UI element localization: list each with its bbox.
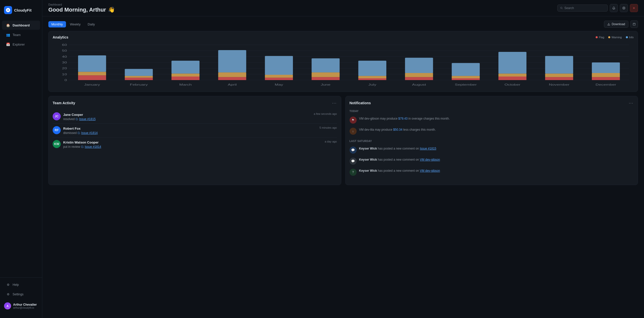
svg-rect-28 (172, 77, 199, 80)
team-activity-menu[interactable]: ⋯ (332, 100, 337, 106)
breadcrumb: Dashboard (48, 3, 115, 6)
notification-item: ↓VM dev-lila may produce $50.34 less cha… (350, 126, 634, 137)
user-email: arthur@cloudyfit.io (13, 306, 37, 309)
header-left: Dashboard Good Morning, Arthur 👋 (48, 3, 115, 13)
issue-link[interactable]: Issue #1814 (81, 131, 97, 135)
sidebar-item-team[interactable]: 👥 Team (2, 30, 40, 39)
activity-name: Kristin Watson Cooper (63, 140, 98, 144)
user-profile[interactable]: A Arthur Chevalier arthur@cloudyfit.io (0, 300, 42, 312)
section-label: TODAY (350, 110, 634, 113)
bar-chart: 0102030405060JanuaryFebruaryMarchAprilMa… (53, 42, 634, 88)
svg-text:February: February (130, 83, 148, 86)
svg-text:20: 20 (62, 67, 67, 70)
logo: CloudyFit (0, 4, 42, 20)
download-label: Download (612, 22, 625, 26)
logo-icon (4, 6, 12, 14)
activity-item: RF Robert Fox dismissed Issue #1814 5 mi… (53, 123, 337, 137)
issue-link[interactable]: Issue #1815 (79, 117, 95, 121)
bottom-panels: Team Activity ⋯ JC Jane Cooper resolved … (48, 96, 638, 185)
team-activity-panel: Team Activity ⋯ JC Jane Cooper resolved … (48, 96, 341, 185)
chart-legend: Flag Warning Info (596, 36, 634, 39)
svg-text:December: December (596, 83, 616, 86)
svg-text:September: September (455, 83, 477, 86)
warning-label: Warning (612, 36, 622, 39)
svg-text:May: May (275, 83, 283, 86)
notifications-title: Notifications (350, 101, 371, 105)
sidebar-item-help[interactable]: ⚙ Help (2, 280, 40, 289)
flag-label: Flag (599, 36, 604, 39)
activity-avatar: RF (53, 126, 61, 134)
analytics-card: Analytics Flag Warning Info (48, 31, 638, 92)
greeting-emoji: 👋 (108, 7, 115, 13)
content-area: Monthly Weekly Daily Download (42, 16, 644, 318)
legend-warning: Warning (608, 36, 622, 39)
svg-text:10: 10 (62, 73, 67, 76)
notification-item: ?Keyser Wick has posted a new comment on… (350, 167, 634, 178)
sidebar-item-settings[interactable]: ⚙ Settings (2, 290, 40, 299)
svg-text:30: 30 (62, 61, 67, 64)
activity-details: Robert Fox dismissed Issue #1814 (63, 126, 98, 135)
flag-icon: ⚑ (350, 117, 357, 124)
activity-time: a day ago (325, 140, 337, 143)
notifications-panel: Notifications ⋯ TODAY⚑VM dev-gibson may … (345, 96, 638, 185)
activity-row: Kristin Watson Cooper put in review Issu… (63, 140, 337, 149)
calendar-button[interactable] (630, 20, 638, 28)
svg-text:August: August (412, 83, 426, 86)
issue-link[interactable]: Issue #1814 (85, 145, 101, 149)
svg-rect-64 (592, 77, 620, 80)
notification-item: ⚑VM dev-gibson may produce $79.43 in ove… (350, 115, 634, 126)
svg-rect-19 (78, 72, 106, 75)
logo-text: CloudyFit (14, 8, 31, 12)
svg-rect-46 (405, 58, 433, 73)
activity-content: Kristin Watson Cooper put in review Issu… (63, 140, 337, 149)
notifications-content: TODAY⚑VM dev-gibson may produce $79.43 i… (350, 110, 634, 178)
search-input[interactable] (564, 6, 605, 10)
search-box[interactable] (557, 5, 608, 12)
sidebar-item-dashboard[interactable]: 🏠 Dashboard (2, 21, 40, 30)
activity-details: Kristin Watson Cooper put in review Issu… (63, 140, 101, 149)
notifications-btn[interactable] (610, 4, 618, 12)
svg-rect-58 (545, 56, 573, 74)
team-activity-title: Team Activity (53, 101, 75, 105)
tab-weekly[interactable]: Weekly (67, 21, 84, 27)
svg-rect-35 (265, 75, 293, 78)
main-area: Dashboard Good Morning, Arthur 👋 (42, 0, 644, 318)
svg-rect-47 (405, 73, 433, 77)
close-btn[interactable] (630, 4, 638, 12)
svg-rect-20 (78, 75, 106, 80)
download-button[interactable]: Download (604, 21, 628, 28)
activity-content: Robert Fox dismissed Issue #1814 5 minut… (63, 126, 337, 135)
home-icon: 🏠 (6, 23, 10, 27)
activity-avatar: KW (53, 140, 61, 148)
activity-name: Jane Cooper (63, 113, 83, 117)
analytics-title: Analytics (53, 35, 68, 39)
legend-flag: Flag (596, 36, 604, 39)
svg-text:April: April (228, 83, 236, 86)
svg-rect-59 (545, 74, 573, 77)
svg-rect-36 (265, 78, 293, 80)
issue-icon (81, 146, 84, 148)
legend-info: Info (626, 36, 634, 39)
avatar: A (4, 302, 11, 309)
svg-text:November: November (549, 83, 569, 86)
svg-text:50: 50 (62, 49, 67, 52)
header-right (557, 4, 638, 12)
notifications-menu[interactable]: ⋯ (629, 100, 634, 106)
notification-item: 💬Keyser Wick has posted a new comment on… (350, 145, 634, 156)
svg-rect-23 (125, 76, 153, 78)
activity-time: 5 minutes ago (319, 126, 337, 129)
notification-text: Keyser Wick has posted a new comment on … (359, 147, 436, 151)
svg-text:June: June (321, 83, 330, 86)
notifications-header: Notifications ⋯ (350, 100, 634, 106)
activity-details: Jane Cooper resolved Issue #1815 (63, 112, 96, 121)
tab-daily[interactable]: Daily (85, 21, 98, 27)
activity-item: KW Kristin Watson Cooper put in review I… (53, 137, 337, 151)
svg-rect-56 (498, 77, 526, 80)
activity-row: Robert Fox dismissed Issue #1814 5 minut… (63, 126, 337, 135)
svg-text:0: 0 (64, 79, 67, 82)
tab-monthly[interactable]: Monthly (48, 21, 66, 27)
svg-text:March: March (179, 83, 192, 86)
sidebar-item-explorer[interactable]: 📅 Explorer (2, 40, 40, 49)
svg-rect-52 (452, 78, 480, 80)
settings-btn[interactable] (620, 4, 628, 12)
